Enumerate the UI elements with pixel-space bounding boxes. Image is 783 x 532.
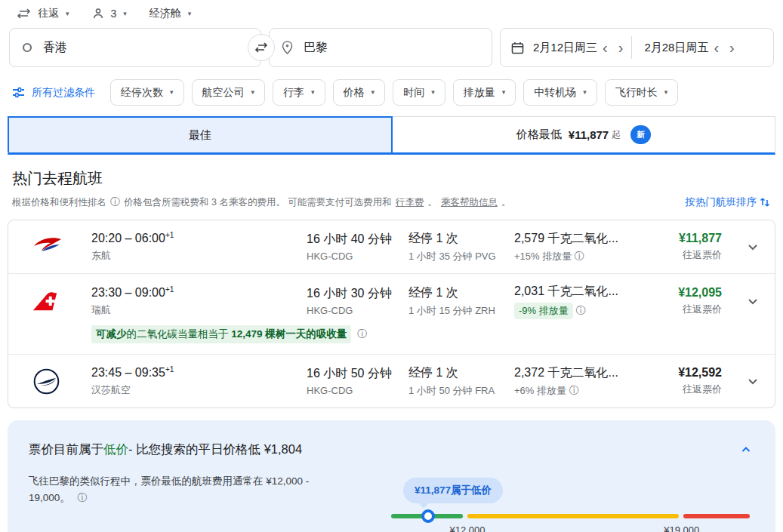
expand-flight-button[interactable] <box>731 292 775 310</box>
filter-chip-times[interactable]: 时间 ▾ <box>393 79 445 106</box>
chip-label: 排放量 <box>464 86 495 100</box>
chip-label: 行李 <box>283 86 304 100</box>
stop-detail: 1 小时 15 分钟 ZRH <box>408 304 514 318</box>
filter-chip-stops[interactable]: 经停次数 ▾ <box>110 79 184 106</box>
flight-results-card: 20:20 – 06:00+1 东航 16 小时 40 分钟 HKG-CDG 经… <box>8 220 775 408</box>
info-icon[interactable]: ⓘ <box>576 305 586 316</box>
emissions-amount: 2,031 千克二氧化... <box>514 284 673 300</box>
price-insight-title: 票价目前属于 低价 - 比您搜索的平日价格低 ¥1,804 <box>29 441 754 458</box>
flight-duration: 16 小时 50 分钟 <box>307 366 408 382</box>
bag-fee-link[interactable]: 行李费 <box>396 196 424 209</box>
flight-duration: 16 小时 40 分钟 <box>307 232 408 248</box>
fare-type: 往返票价 <box>673 248 722 262</box>
tooltip-tail <box>418 503 429 509</box>
tab-cheapest[interactable]: 价格最低 ¥11,877 起 新 <box>393 117 775 152</box>
info-icon[interactable]: ⓘ <box>357 328 367 341</box>
typical-price-segment <box>467 514 679 518</box>
flight-row-lufthansa[interactable]: 23:45 – 09:35+1 汉莎航空 16 小时 50 分钟 HKG-CDG… <box>8 354 775 407</box>
cabin-class-select[interactable]: 经济舱 ▾ <box>150 7 192 20</box>
expand-flight-button[interactable] <box>731 372 775 390</box>
sort-by-popular-button[interactable]: 按热门航班排序 <box>686 195 772 209</box>
stops-count: 经停 1 次 <box>408 365 514 381</box>
price-history-slider: ¥11,877属于低价 ¥12,000 ¥19,000 <box>391 473 754 532</box>
info-icon[interactable]: ⓘ <box>575 251 584 262</box>
chip-label: 时间 <box>403 86 424 100</box>
plus-days: +1 <box>165 285 174 294</box>
all-filters-label: 所有过滤条件 <box>32 86 95 100</box>
return-date-next-icon[interactable]: › <box>724 40 740 55</box>
flight-duration: 16 小时 30 分钟 <box>307 286 408 302</box>
eco-bold-text: 12,479 棵树一天的吸收量 <box>231 328 347 340</box>
filter-chip-emissions[interactable]: 排放量 ▾ <box>453 79 516 106</box>
price-note: 价格包含所需税费和 3 名乘客的费用。 可能需要支付可选费用和 <box>124 196 392 209</box>
destination-input[interactable] <box>304 41 479 54</box>
all-filters-button[interactable]: 所有过滤条件 <box>12 86 95 100</box>
destination-field[interactable] <box>269 28 492 67</box>
depart-date-next-icon[interactable]: › <box>613 40 629 55</box>
filter-chip-duration[interactable]: 飞行时长 ▾ <box>605 79 679 106</box>
fare-type: 往返票价 <box>673 383 722 396</box>
depart-date[interactable]: 2月12日周三 <box>533 41 597 55</box>
tab-cheapest-label: 价格最低 <box>516 128 562 142</box>
flight-route: HKG-CDG <box>307 385 408 396</box>
flight-row-china-eastern[interactable]: 20:20 – 06:00+1 东航 16 小时 40 分钟 HKG-CDG 经… <box>8 220 775 273</box>
filter-chip-airlines[interactable]: 航空公司 ▾ <box>192 79 266 106</box>
airline-name: 瑞航 <box>91 303 307 317</box>
plus-days: +1 <box>165 231 174 239</box>
depart-date-prev-icon[interactable]: ‹ <box>597 40 613 55</box>
return-date[interactable]: 2月28日周五 <box>644 41 708 55</box>
info-icon[interactable]: ⓘ <box>110 195 120 209</box>
info-icon[interactable]: ⓘ <box>569 385 579 396</box>
origin-circle-icon <box>22 42 32 53</box>
flight-times: 20:20 – 06:00 <box>91 232 165 245</box>
page-title: 热门去程航班 <box>0 155 783 189</box>
search-row: 2月12日周三 ‹ › 2月28日周五 ‹ › <box>0 23 783 67</box>
passenger-help-link[interactable]: 乘客帮助信息 <box>441 196 498 209</box>
chevron-down-icon: ▾ <box>123 11 127 17</box>
info-icon[interactable]: ⓘ <box>78 492 88 503</box>
plus-days: +1 <box>165 365 174 374</box>
swap-locations-button[interactable] <box>248 34 275 61</box>
filter-bar: 所有过滤条件 经停次数 ▾ 航空公司 ▾ 行李 ▾ 价格 ▾ 时间 ▾ 排放量 … <box>0 67 783 106</box>
filter-chip-bags[interactable]: 行李 ▾ <box>273 79 325 106</box>
flight-times: 23:45 – 09:35 <box>91 367 165 380</box>
origin-input[interactable] <box>43 41 248 54</box>
filter-chip-price[interactable]: 价格 ▾ <box>333 79 386 106</box>
chevron-down-icon: ▾ <box>311 89 315 96</box>
chevron-down-icon: ▾ <box>502 89 506 96</box>
price-range-track <box>391 514 750 518</box>
title-post: - 比您搜索的平日价格低 ¥1,804 <box>128 441 302 458</box>
return-date-prev-icon[interactable]: ‹ <box>708 40 724 55</box>
origin-field[interactable] <box>9 28 261 67</box>
chevron-down-icon: ▾ <box>371 89 375 96</box>
eco-savings-banner: 可减少的二氧化碳当量相当于 12,479 棵树一天的吸收量 <box>91 325 351 343</box>
new-badge: 新 <box>630 125 651 144</box>
tab-best[interactable]: 最佳 <box>8 116 393 152</box>
trip-type-select[interactable]: 往返 ▾ <box>17 7 69 20</box>
trip-options-bar: 往返 ▾ 3 ▾ 经济舱 ▾ <box>0 0 783 23</box>
collapse-panel-button[interactable] <box>738 441 754 458</box>
passenger-select[interactable]: 3 ▾ <box>92 8 127 20</box>
cabin-class-label: 经济舱 <box>150 7 181 20</box>
chevron-down-icon: ▾ <box>583 89 587 96</box>
range-max-label: ¥19,000 <box>664 524 699 532</box>
chevron-down-icon: ▾ <box>431 89 435 96</box>
airline-name: 汉莎航空 <box>91 383 307 397</box>
emissions-amount: 2,579 千克二氧化... <box>514 231 673 247</box>
chip-label: 经停次数 <box>121 86 163 100</box>
eco-mid-text: 的二氧化碳当量相当于 <box>127 328 232 340</box>
filter-chip-connecting-airports[interactable]: 中转机场 ▾ <box>523 79 597 106</box>
stops-count: 经停 1 次 <box>408 231 514 247</box>
period-text: 。 <box>501 196 511 209</box>
sort-arrows-icon <box>759 196 771 208</box>
date-divider <box>631 36 632 59</box>
rank-note: 根据价格和便利性排名 <box>12 196 106 209</box>
flight-route: HKG-CDG <box>307 305 408 316</box>
flight-row-swiss[interactable]: 23:30 – 09:00+1 瑞航 16 小时 30 分钟 HKG-CDG 经… <box>8 273 775 354</box>
flight-price: ¥12,592 <box>673 366 722 380</box>
chip-label: 航空公司 <box>202 86 245 100</box>
expand-flight-button[interactable] <box>731 238 775 256</box>
tab-cheapest-price: ¥11,877 <box>569 128 609 141</box>
date-range-field[interactable]: 2月12日周三 ‹ › 2月28日周五 ‹ › <box>500 28 774 67</box>
chip-label: 中转机场 <box>534 86 576 100</box>
